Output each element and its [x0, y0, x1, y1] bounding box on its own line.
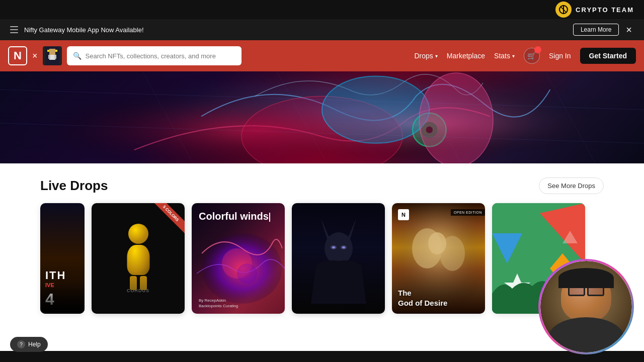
top-bar: CRYPTO TEAM — [0, 0, 644, 19]
notification-bar: Nifty Gateway Mobile App Now Available! … — [0, 19, 644, 40]
webcam-overlay — [538, 259, 634, 354]
nav-marketplace-link[interactable]: Marketplace — [447, 52, 485, 60]
svg-point-32 — [342, 246, 345, 248]
svg-point-28 — [325, 232, 353, 264]
section-title: Live Drops — [40, 178, 108, 194]
svg-point-27 — [237, 263, 257, 284]
help-circle-icon: ? — [17, 340, 25, 348]
nav-drops-link[interactable]: Drops ▾ — [414, 52, 437, 60]
webcam-face — [540, 261, 632, 352]
search-input[interactable] — [86, 52, 235, 60]
nft-card-3[interactable]: Colorful winds By RecepAskinBacktopoints… — [192, 203, 285, 314]
card3-credit: By RecepAskinBacktopoints Curating — [199, 298, 278, 309]
card5-n-badge: N — [398, 209, 409, 220]
cards-row: ITH IVE 4 5 COLORS — [40, 203, 604, 314]
logo-circle — [555, 2, 572, 18]
card3-text: Colorful winds — [199, 210, 278, 222]
nft-card-2[interactable]: 5 COLORS CORDUS — [92, 203, 185, 314]
sign-in-link[interactable]: Sign In — [549, 52, 571, 60]
learn-more-button[interactable]: Learn More — [573, 24, 619, 36]
nav-close-icon[interactable]: × — [32, 51, 38, 61]
notif-right: Learn More × — [573, 24, 634, 36]
nft-card-5[interactable]: N OPEN EDITION TheGod of Desire — [392, 203, 485, 314]
stats-chevron-icon: ▾ — [512, 53, 515, 59]
svg-rect-8 — [47, 50, 49, 52]
logo-icon — [558, 5, 569, 15]
svg-rect-9 — [55, 50, 57, 52]
nft-card-1[interactable]: ITH IVE 4 — [40, 203, 85, 314]
nav-bar: N × 🔍 — [0, 40, 644, 71]
svg-point-31 — [332, 246, 335, 248]
cart-badge — [534, 46, 541, 53]
nav-nft-avatar — [43, 46, 62, 65]
bottom-bar — [0, 351, 644, 362]
card2-figure — [121, 224, 156, 284]
nft-card-4[interactable] — [292, 203, 385, 314]
face-body — [548, 317, 624, 352]
nav-links: Drops ▾ Marketplace Stats ▾ 🛒 Sign In Ge… — [414, 48, 636, 64]
svg-rect-6 — [48, 55, 50, 59]
notif-message: Nifty Gateway Mobile App Now Available! — [24, 26, 144, 34]
pixel-avatar-icon — [45, 47, 59, 65]
close-notif-button[interactable]: × — [624, 25, 634, 35]
get-started-button[interactable]: Get Started — [580, 48, 636, 64]
search-icon: 🔍 — [73, 52, 82, 60]
crypto-team-logo: CRYPTO TEAM — [555, 2, 634, 18]
help-label: Help — [28, 341, 41, 348]
card1-title: ITH — [45, 269, 79, 282]
face-hair — [558, 268, 614, 288]
svg-rect-4 — [49, 49, 55, 55]
see-more-drops-button[interactable]: See More Drops — [539, 177, 604, 194]
text-cursor — [269, 213, 270, 222]
cart-button[interactable]: 🛒 — [524, 48, 540, 64]
svg-point-17 — [322, 76, 429, 143]
notif-menu-icon[interactable] — [10, 26, 18, 33]
card5-title: TheGod of Desire — [398, 288, 479, 308]
help-button[interactable]: ? Help — [10, 337, 48, 352]
svg-rect-7 — [54, 55, 56, 59]
nav-stats-link[interactable]: Stats ▾ — [494, 52, 515, 60]
notif-left: Nifty Gateway Mobile App Now Available! — [10, 26, 144, 34]
svg-point-36 — [428, 232, 446, 254]
svg-point-18 — [419, 73, 493, 163]
nav-n-letter: N — [14, 49, 22, 62]
logo-text: CRYPTO TEAM — [576, 6, 634, 14]
search-bar: 🔍 — [67, 46, 242, 65]
card5-edition-badge: OPEN EDITION — [451, 209, 485, 216]
section-header: Live Drops See More Drops — [40, 177, 604, 194]
hero-art — [0, 71, 644, 163]
card4-figure-svg — [306, 213, 371, 304]
hero-section — [0, 71, 644, 163]
hero-svg — [0, 71, 644, 163]
nav-logo-button[interactable]: N — [8, 46, 27, 65]
cart-icon: 🛒 — [527, 52, 536, 60]
drops-chevron-icon: ▾ — [435, 53, 438, 59]
